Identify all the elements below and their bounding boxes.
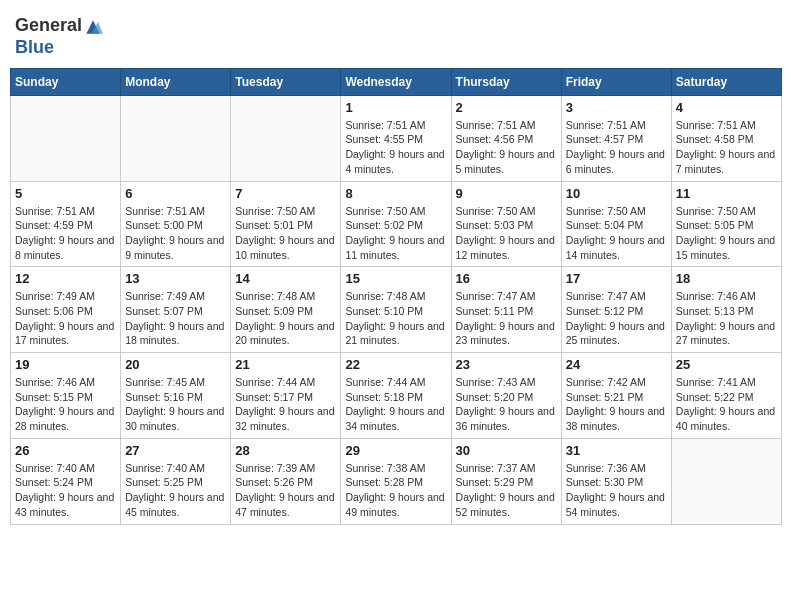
calendar-cell: 14Sunrise: 7:48 AM Sunset: 5:09 PM Dayli… xyxy=(231,267,341,353)
calendar-cell: 9Sunrise: 7:50 AM Sunset: 5:03 PM Daylig… xyxy=(451,181,561,267)
day-number: 8 xyxy=(345,186,446,201)
day-info: Sunrise: 7:48 AM Sunset: 5:10 PM Dayligh… xyxy=(345,289,446,348)
day-number: 30 xyxy=(456,443,557,458)
day-number: 16 xyxy=(456,271,557,286)
day-info: Sunrise: 7:38 AM Sunset: 5:28 PM Dayligh… xyxy=(345,461,446,520)
day-number: 15 xyxy=(345,271,446,286)
day-info: Sunrise: 7:51 AM Sunset: 4:55 PM Dayligh… xyxy=(345,118,446,177)
day-number: 3 xyxy=(566,100,667,115)
week-row: 26Sunrise: 7:40 AM Sunset: 5:24 PM Dayli… xyxy=(11,438,782,524)
calendar-cell: 16Sunrise: 7:47 AM Sunset: 5:11 PM Dayli… xyxy=(451,267,561,353)
day-number: 25 xyxy=(676,357,777,372)
day-number: 23 xyxy=(456,357,557,372)
day-info: Sunrise: 7:50 AM Sunset: 5:02 PM Dayligh… xyxy=(345,204,446,263)
day-info: Sunrise: 7:51 AM Sunset: 4:58 PM Dayligh… xyxy=(676,118,777,177)
day-info: Sunrise: 7:51 AM Sunset: 4:59 PM Dayligh… xyxy=(15,204,116,263)
day-info: Sunrise: 7:50 AM Sunset: 5:05 PM Dayligh… xyxy=(676,204,777,263)
day-info: Sunrise: 7:39 AM Sunset: 5:26 PM Dayligh… xyxy=(235,461,336,520)
logo-blue: Blue xyxy=(15,37,54,57)
calendar-cell: 17Sunrise: 7:47 AM Sunset: 5:12 PM Dayli… xyxy=(561,267,671,353)
day-info: Sunrise: 7:49 AM Sunset: 5:06 PM Dayligh… xyxy=(15,289,116,348)
logo-icon xyxy=(83,17,103,37)
logo-general: General xyxy=(15,15,82,35)
calendar-cell: 6Sunrise: 7:51 AM Sunset: 5:00 PM Daylig… xyxy=(121,181,231,267)
day-number: 12 xyxy=(15,271,116,286)
week-row: 19Sunrise: 7:46 AM Sunset: 5:15 PM Dayli… xyxy=(11,353,782,439)
calendar-cell xyxy=(231,95,341,181)
day-number: 22 xyxy=(345,357,446,372)
calendar-cell: 19Sunrise: 7:46 AM Sunset: 5:15 PM Dayli… xyxy=(11,353,121,439)
calendar-cell: 25Sunrise: 7:41 AM Sunset: 5:22 PM Dayli… xyxy=(671,353,781,439)
day-info: Sunrise: 7:50 AM Sunset: 5:03 PM Dayligh… xyxy=(456,204,557,263)
day-number: 5 xyxy=(15,186,116,201)
day-info: Sunrise: 7:51 AM Sunset: 5:00 PM Dayligh… xyxy=(125,204,226,263)
calendar-cell: 11Sunrise: 7:50 AM Sunset: 5:05 PM Dayli… xyxy=(671,181,781,267)
calendar-cell: 18Sunrise: 7:46 AM Sunset: 5:13 PM Dayli… xyxy=(671,267,781,353)
day-info: Sunrise: 7:46 AM Sunset: 5:15 PM Dayligh… xyxy=(15,375,116,434)
day-number: 20 xyxy=(125,357,226,372)
calendar-cell: 4Sunrise: 7:51 AM Sunset: 4:58 PM Daylig… xyxy=(671,95,781,181)
day-number: 6 xyxy=(125,186,226,201)
day-number: 7 xyxy=(235,186,336,201)
week-row: 1Sunrise: 7:51 AM Sunset: 4:55 PM Daylig… xyxy=(11,95,782,181)
calendar-cell: 2Sunrise: 7:51 AM Sunset: 4:56 PM Daylig… xyxy=(451,95,561,181)
day-number: 24 xyxy=(566,357,667,372)
day-number: 28 xyxy=(235,443,336,458)
calendar-cell: 23Sunrise: 7:43 AM Sunset: 5:20 PM Dayli… xyxy=(451,353,561,439)
calendar-cell: 7Sunrise: 7:50 AM Sunset: 5:01 PM Daylig… xyxy=(231,181,341,267)
weekday-header: Friday xyxy=(561,68,671,95)
day-info: Sunrise: 7:44 AM Sunset: 5:18 PM Dayligh… xyxy=(345,375,446,434)
calendar-cell: 1Sunrise: 7:51 AM Sunset: 4:55 PM Daylig… xyxy=(341,95,451,181)
calendar-cell: 3Sunrise: 7:51 AM Sunset: 4:57 PM Daylig… xyxy=(561,95,671,181)
day-number: 10 xyxy=(566,186,667,201)
day-number: 29 xyxy=(345,443,446,458)
weekday-header-row: SundayMondayTuesdayWednesdayThursdayFrid… xyxy=(11,68,782,95)
day-number: 14 xyxy=(235,271,336,286)
calendar-cell: 15Sunrise: 7:48 AM Sunset: 5:10 PM Dayli… xyxy=(341,267,451,353)
weekday-header: Sunday xyxy=(11,68,121,95)
calendar-cell: 22Sunrise: 7:44 AM Sunset: 5:18 PM Dayli… xyxy=(341,353,451,439)
weekday-header: Monday xyxy=(121,68,231,95)
day-info: Sunrise: 7:43 AM Sunset: 5:20 PM Dayligh… xyxy=(456,375,557,434)
weekday-header: Saturday xyxy=(671,68,781,95)
day-info: Sunrise: 7:48 AM Sunset: 5:09 PM Dayligh… xyxy=(235,289,336,348)
calendar-table: SundayMondayTuesdayWednesdayThursdayFrid… xyxy=(10,68,782,525)
day-number: 1 xyxy=(345,100,446,115)
day-info: Sunrise: 7:50 AM Sunset: 5:01 PM Dayligh… xyxy=(235,204,336,263)
day-info: Sunrise: 7:47 AM Sunset: 5:12 PM Dayligh… xyxy=(566,289,667,348)
calendar-cell: 5Sunrise: 7:51 AM Sunset: 4:59 PM Daylig… xyxy=(11,181,121,267)
calendar-cell: 21Sunrise: 7:44 AM Sunset: 5:17 PM Dayli… xyxy=(231,353,341,439)
day-number: 19 xyxy=(15,357,116,372)
day-info: Sunrise: 7:47 AM Sunset: 5:11 PM Dayligh… xyxy=(456,289,557,348)
calendar-cell: 26Sunrise: 7:40 AM Sunset: 5:24 PM Dayli… xyxy=(11,438,121,524)
day-number: 26 xyxy=(15,443,116,458)
day-info: Sunrise: 7:46 AM Sunset: 5:13 PM Dayligh… xyxy=(676,289,777,348)
calendar-cell: 28Sunrise: 7:39 AM Sunset: 5:26 PM Dayli… xyxy=(231,438,341,524)
day-info: Sunrise: 7:37 AM Sunset: 5:29 PM Dayligh… xyxy=(456,461,557,520)
calendar-cell: 31Sunrise: 7:36 AM Sunset: 5:30 PM Dayli… xyxy=(561,438,671,524)
weekday-header: Thursday xyxy=(451,68,561,95)
week-row: 5Sunrise: 7:51 AM Sunset: 4:59 PM Daylig… xyxy=(11,181,782,267)
day-number: 21 xyxy=(235,357,336,372)
calendar-cell xyxy=(11,95,121,181)
day-info: Sunrise: 7:51 AM Sunset: 4:57 PM Dayligh… xyxy=(566,118,667,177)
day-number: 17 xyxy=(566,271,667,286)
day-number: 18 xyxy=(676,271,777,286)
calendar-cell: 12Sunrise: 7:49 AM Sunset: 5:06 PM Dayli… xyxy=(11,267,121,353)
logo-text: General Blue xyxy=(15,15,104,58)
calendar-cell: 10Sunrise: 7:50 AM Sunset: 5:04 PM Dayli… xyxy=(561,181,671,267)
calendar-cell: 24Sunrise: 7:42 AM Sunset: 5:21 PM Dayli… xyxy=(561,353,671,439)
day-number: 2 xyxy=(456,100,557,115)
logo: General Blue xyxy=(15,15,104,58)
day-info: Sunrise: 7:41 AM Sunset: 5:22 PM Dayligh… xyxy=(676,375,777,434)
day-info: Sunrise: 7:42 AM Sunset: 5:21 PM Dayligh… xyxy=(566,375,667,434)
day-number: 9 xyxy=(456,186,557,201)
calendar-cell xyxy=(671,438,781,524)
day-number: 11 xyxy=(676,186,777,201)
calendar-cell: 27Sunrise: 7:40 AM Sunset: 5:25 PM Dayli… xyxy=(121,438,231,524)
day-number: 27 xyxy=(125,443,226,458)
calendar-cell: 20Sunrise: 7:45 AM Sunset: 5:16 PM Dayli… xyxy=(121,353,231,439)
page-header: General Blue xyxy=(10,10,782,58)
day-number: 4 xyxy=(676,100,777,115)
week-row: 12Sunrise: 7:49 AM Sunset: 5:06 PM Dayli… xyxy=(11,267,782,353)
